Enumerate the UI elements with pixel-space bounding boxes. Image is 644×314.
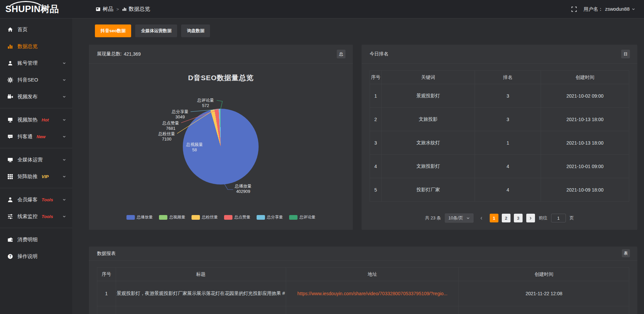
- page-button-2[interactable]: 2: [502, 214, 511, 222]
- legend-swatch: [257, 215, 265, 220]
- bar-chart-icon: [7, 44, 13, 49]
- sidebar-item-label: 数据总览: [17, 43, 38, 50]
- sidebar-item-omni-media-operation[interactable]: 全媒体运营: [0, 151, 72, 168]
- chevron-down-icon: [62, 158, 66, 162]
- sidebar: 首页数据总览账号管理抖音SEO视频发布视频加热Hot抖客通New全媒体运营矩阵助…: [0, 18, 72, 314]
- pie-label-total-fans: 总粉丝量7100: [158, 131, 175, 142]
- video-link[interactable]: https://www.iesdouyin.com/share/video/70…: [286, 281, 459, 306]
- pie-label-total-shares: 总分享量3049: [172, 109, 189, 120]
- chevron-down-icon: [62, 118, 66, 122]
- page-button-3[interactable]: 3: [514, 214, 523, 222]
- sidebar-item-doukatong[interactable]: 抖客通New: [0, 128, 72, 145]
- chevron-down-icon: [466, 216, 470, 220]
- top-header: SHUPIN树品 树品 > 数据总览 用户名：zswodun88: [0, 0, 644, 18]
- sidebar-item-video-heating[interactable]: 视频加热Hot: [0, 111, 72, 128]
- legend-item-total-comments[interactable]: 总评论量: [289, 214, 316, 220]
- cell: 2021-10-02 09:00: [541, 84, 629, 108]
- goto-page-input[interactable]: [551, 214, 566, 222]
- user-menu[interactable]: 用户名：zswodun88: [584, 6, 635, 12]
- cell: 景观投影灯: [381, 84, 475, 108]
- legend-item-total-videos[interactable]: 总视频量: [159, 214, 185, 220]
- app-square-icon: [96, 7, 101, 12]
- tab-douyin-seo-data[interactable]: 抖音seo数据: [95, 24, 131, 37]
- breadcrumb-current-label: 数据总览: [129, 6, 150, 13]
- legend-item-total-shares[interactable]: 总分享量: [257, 214, 283, 220]
- sidebar-item-label: 操作说明: [17, 253, 38, 260]
- screen-icon: [7, 117, 13, 123]
- video-icon: [7, 94, 13, 100]
- sidebar-item-video-publish[interactable]: 视频发布: [0, 88, 72, 105]
- sidebar-item-badge: New: [37, 134, 46, 139]
- sidebar-item-data-overview[interactable]: 数据总览: [0, 38, 72, 55]
- rank-table: 序号关键词排名创建时间1景观投影灯32021-10-02 09:002文旅投影3…: [370, 70, 629, 202]
- cell: [286, 306, 459, 314]
- page-size-value: 10条/页: [448, 215, 463, 221]
- sliders-icon: [7, 214, 13, 219]
- prev-page-button[interactable]: [477, 214, 486, 222]
- cell: 文旅投影灯: [381, 155, 475, 178]
- legend-item-total-fans[interactable]: 总粉丝量: [192, 214, 218, 220]
- rank-header-row: 序号关键词排名创建时间: [370, 71, 629, 84]
- sidebar-item-operation-guide[interactable]: ?操作说明: [0, 248, 72, 265]
- sidebar-item-douyin-seo[interactable]: 抖音SEO: [0, 71, 72, 88]
- sidebar-item-label: 全媒体运营: [17, 157, 43, 163]
- chevron-down-icon: [62, 175, 66, 178]
- rank-corner-button[interactable]: 日: [621, 50, 630, 58]
- page-button-1[interactable]: 1: [490, 214, 498, 222]
- sidebar-item-label: 视频发布: [17, 94, 38, 100]
- legend-swatch: [126, 215, 135, 220]
- app-logo: SHUPIN树品: [0, 0, 72, 18]
- sidebar-item-home[interactable]: 首页: [0, 21, 72, 38]
- data-tabs: 抖音seo数据全媒体运营数据询盘数据: [95, 24, 210, 37]
- pagination-total: 共 23 条: [425, 215, 441, 221]
- legend-item-total-plays[interactable]: 总播放量: [126, 214, 153, 220]
- fullscreen-icon[interactable]: [571, 6, 577, 12]
- sidebar-item-consumption-details[interactable]: 消费明细: [0, 231, 72, 248]
- breadcrumb-current[interactable]: 数据总览: [122, 6, 150, 13]
- breadcrumb-root[interactable]: 树品: [96, 6, 113, 13]
- member-icon: [7, 197, 13, 203]
- sidebar-item-member-baoke[interactable]: 会员爆客Tools: [0, 191, 72, 208]
- chevron-down-icon: [62, 78, 66, 82]
- page-size-select[interactable]: 10条/页: [445, 213, 474, 223]
- chevron-down-icon: [62, 135, 66, 139]
- sidebar-item-lead-monitoring[interactable]: 线索监控Tools: [0, 208, 72, 225]
- tab-inquiry-data[interactable]: 询盘数据: [181, 24, 210, 37]
- tab-omni-media-data[interactable]: 全媒体运营数据: [135, 24, 177, 37]
- cell: 1: [97, 281, 116, 306]
- legend-label: 总点赞量: [234, 214, 251, 220]
- chevron-down-icon: [62, 198, 66, 202]
- legend-label: 总粉丝量: [202, 214, 218, 220]
- column-header: 序号: [370, 71, 382, 84]
- breadcrumb: 树品 > 数据总览: [96, 6, 150, 13]
- username: zswodun88: [605, 6, 630, 12]
- rank-row: 1景观投影灯32021-10-02 09:00: [370, 84, 629, 108]
- user-icon: [7, 60, 13, 66]
- pie-label-total-likes: 总点赞量7681: [162, 120, 179, 131]
- grid-icon: [7, 174, 13, 179]
- cell: 文旅投影: [381, 108, 475, 131]
- cell: 2021-10-13 18:00: [541, 131, 629, 155]
- video-title-cell: 景观投影灯，夜游景观投影灯厂家展示展示落花灯在花园里的灯光投影应用效果 #: [116, 281, 286, 306]
- legend-swatch: [289, 215, 298, 220]
- sidebar-item-label: 视频加热: [17, 117, 38, 123]
- legend-item-total-likes[interactable]: 总点赞量: [224, 214, 251, 220]
- next-page-button[interactable]: [526, 214, 535, 222]
- cell: 2021-10-13 18:00: [541, 108, 629, 131]
- sidebar-item-label: 抖客通: [17, 134, 33, 140]
- overview-corner-button[interactable]: 总: [337, 50, 345, 58]
- legend-label: 总播放量: [137, 214, 153, 220]
- gear-icon: [7, 77, 13, 83]
- rank-row: 5投影灯厂家42021-10-09 18:00: [370, 178, 629, 202]
- chevron-down-icon: [632, 7, 635, 11]
- sidebar-item-matrix-boost[interactable]: 矩阵助推VIP: [0, 168, 72, 185]
- sidebar-item-badge: Hot: [42, 117, 49, 122]
- report-table: 序号标题地址创建时间 1 景观投影灯，夜游景观投影灯厂家展示展示落花灯在花园里的…: [97, 267, 629, 314]
- rank-panel-header: 今日排名: [362, 45, 637, 64]
- cell: [459, 306, 629, 314]
- sidebar-item-account-management[interactable]: 账号管理: [0, 55, 72, 71]
- chart-title: D音SEO数据量总览: [89, 73, 353, 83]
- rank-panel-title: 今日排名: [370, 51, 388, 57]
- chat-icon: [7, 134, 13, 140]
- report-corner-button[interactable]: 表: [622, 249, 630, 257]
